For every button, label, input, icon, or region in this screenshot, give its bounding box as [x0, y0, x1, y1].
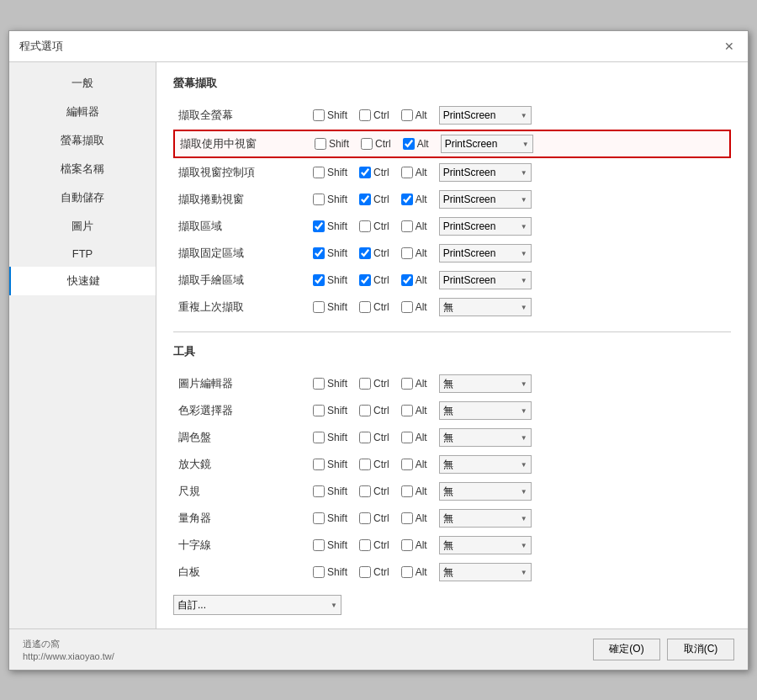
ctrl-checkbox-cross[interactable]: [359, 539, 371, 551]
sidebar-item-general[interactable]: 一般: [9, 69, 156, 98]
shift-checkbox-fixed[interactable]: [313, 247, 325, 259]
alt-checkbox-active[interactable]: [403, 138, 415, 150]
ctrl-checkbox-pro[interactable]: [359, 512, 371, 524]
sidebar-item-screen-capture[interactable]: 螢幕擷取: [9, 126, 156, 155]
shift-checkbox-mag[interactable]: [313, 459, 325, 470]
alt-checkbox-scroll[interactable]: [401, 194, 413, 205]
sidebar-item-ftp[interactable]: FTP: [9, 241, 156, 267]
key-dropdown-mag: 無: [439, 455, 532, 474]
shift-checkbox-ie[interactable]: [313, 378, 325, 390]
shift-checkbox-ruler[interactable]: [313, 485, 325, 497]
mod-group-shift-wc: Shift: [313, 167, 352, 178]
ctrl-checkbox-mag[interactable]: [359, 459, 371, 470]
key-select-active[interactable]: PrintScreen: [441, 135, 533, 153]
modifiers-window-controls: Shift Ctrl Alt PrintScreen: [313, 163, 726, 182]
ctrl-checkbox-ie[interactable]: [359, 378, 371, 390]
alt-checkbox-ruler[interactable]: [401, 485, 413, 497]
shift-checkbox-scroll[interactable]: [313, 194, 325, 205]
ctrl-checkbox-active[interactable]: [361, 138, 373, 150]
key-select-wc[interactable]: PrintScreen: [439, 163, 532, 182]
ctrl-checkbox-cp[interactable]: [359, 405, 371, 416]
mod-group-alt-ie: Alt: [401, 378, 432, 390]
ctrl-checkbox-pal[interactable]: [359, 432, 371, 443]
key-select-wb[interactable]: 無: [439, 563, 532, 581]
modifiers-active-window: Shift Ctrl Alt PrintScreen: [315, 135, 724, 153]
key-select-mag[interactable]: 無: [439, 455, 532, 474]
footer-left: 逍遙の窩 http://www.xiaoyao.tw/: [23, 638, 586, 661]
dialog: 程式選項 ✕ 一般 編輯器 螢幕擷取 檔案名稱 自動儲存 圖片 FTP 快速鍵 …: [8, 30, 749, 671]
mod-group-alt-scroll: Alt: [401, 194, 432, 205]
alt-checkbox-mag[interactable]: [401, 459, 413, 470]
shift-checkbox-fh[interactable]: [313, 274, 325, 286]
key-select-repeat[interactable]: 無: [439, 298, 532, 316]
row-image-editor: 圖片編輯器 Shift Ctrl Alt: [173, 371, 731, 396]
mod-group-ctrl-pal: Ctrl: [359, 432, 394, 443]
ctrl-checkbox-fixed[interactable]: [359, 247, 371, 259]
ctrl-checkbox-repeat[interactable]: [359, 301, 371, 313]
ctrl-checkbox-scroll[interactable]: [359, 194, 371, 205]
alt-checkbox-cp[interactable]: [401, 405, 413, 416]
key-select-scroll[interactable]: PrintScreen: [439, 190, 532, 209]
alt-checkbox-ie[interactable]: [401, 378, 413, 390]
alt-checkbox-fh[interactable]: [401, 274, 413, 286]
alt-checkbox-fixed[interactable]: [401, 247, 413, 259]
row-scrolling: 擷取捲動視窗 Shift Ctrl Alt: [173, 187, 731, 212]
key-select-ruler[interactable]: 無: [439, 482, 532, 501]
label-window-controls: 擷取視窗控制項: [178, 165, 313, 180]
shift-checkbox-cp[interactable]: [313, 405, 325, 416]
key-select-cp[interactable]: 無: [439, 401, 532, 420]
shift-checkbox-active[interactable]: [315, 138, 326, 150]
sidebar-item-autosave[interactable]: 自動儲存: [9, 183, 156, 212]
sidebar-item-filename[interactable]: 檔案名稱: [9, 155, 156, 183]
shift-checkbox-fullscreen[interactable]: [313, 109, 325, 121]
ctrl-checkbox-wc[interactable]: [359, 167, 371, 178]
alt-checkbox-pal[interactable]: [401, 432, 413, 443]
alt-checkbox-fullscreen[interactable]: [401, 109, 413, 121]
ctrl-checkbox-ruler[interactable]: [359, 485, 371, 497]
mod-group-ctrl-wb: Ctrl: [359, 566, 394, 578]
label-magnifier: 放大鏡: [178, 457, 313, 472]
ok-button[interactable]: 確定(O): [593, 639, 660, 660]
alt-checkbox-pro[interactable]: [401, 512, 413, 524]
shift-checkbox-wb[interactable]: [313, 566, 325, 578]
modifiers-protractor: Shift Ctrl Alt 無: [313, 509, 726, 528]
mod-group-shift-ruler: Shift: [313, 485, 352, 497]
alt-checkbox-region[interactable]: [401, 220, 413, 232]
key-select-fh[interactable]: PrintScreen: [439, 271, 532, 289]
alt-checkbox-wb[interactable]: [401, 566, 413, 578]
cancel-button[interactable]: 取消(C): [667, 639, 734, 660]
key-select-fixed[interactable]: PrintScreen: [439, 244, 532, 262]
key-select-pal[interactable]: 無: [439, 428, 532, 447]
shift-checkbox-cross[interactable]: [313, 539, 325, 551]
mod-group-alt-fullscreen: Alt: [401, 109, 432, 121]
sidebar-item-hotkeys[interactable]: 快速鍵: [9, 267, 156, 295]
key-select-fullscreen[interactable]: PrintScreen: [439, 106, 532, 125]
ctrl-checkbox-wb[interactable]: [359, 566, 371, 578]
row-magnifier: 放大鏡 Shift Ctrl Alt: [173, 452, 731, 477]
mod-group-alt-fh: Alt: [401, 274, 432, 286]
shift-checkbox-repeat[interactable]: [313, 301, 325, 313]
key-select-ie[interactable]: 無: [439, 374, 532, 393]
mod-group-alt-mag: Alt: [401, 459, 432, 470]
ctrl-checkbox-fh[interactable]: [359, 274, 371, 286]
sidebar-item-image[interactable]: 圖片: [9, 212, 156, 241]
alt-checkbox-repeat[interactable]: [401, 301, 413, 313]
key-select-cross[interactable]: 無: [439, 536, 532, 554]
sidebar-item-editor[interactable]: 編輯器: [9, 98, 156, 126]
shift-checkbox-region[interactable]: [313, 220, 325, 232]
alt-checkbox-wc[interactable]: [401, 167, 413, 178]
alt-checkbox-cross[interactable]: [401, 539, 413, 551]
shift-checkbox-pal[interactable]: [313, 432, 325, 443]
row-protractor: 量角器 Shift Ctrl Alt: [173, 506, 731, 531]
shift-checkbox-pro[interactable]: [313, 512, 325, 524]
custom-select[interactable]: 自訂...: [173, 595, 341, 615]
shift-checkbox-wc[interactable]: [313, 167, 325, 178]
key-select-region[interactable]: PrintScreen: [439, 217, 532, 236]
key-dropdown-cp: 無: [439, 401, 532, 420]
close-button[interactable]: ✕: [721, 38, 738, 55]
ctrl-checkbox-fullscreen[interactable]: [359, 109, 371, 121]
label-repeat: 重複上次擷取: [178, 300, 313, 315]
ctrl-checkbox-region[interactable]: [359, 220, 371, 232]
row-palette: 調色盤 Shift Ctrl Alt: [173, 425, 731, 450]
key-select-pro[interactable]: 無: [439, 509, 532, 528]
